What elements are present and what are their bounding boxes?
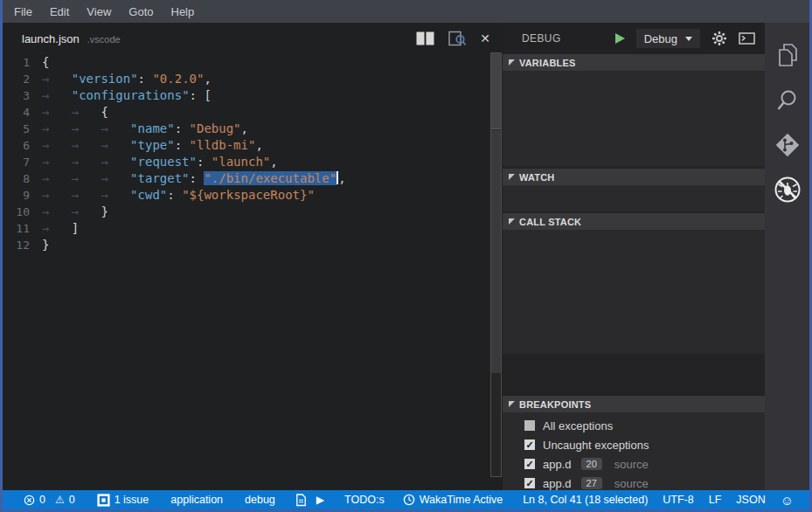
menu-help[interactable]: Help: [169, 5, 205, 18]
tab-whitespace-icon: →: [42, 137, 72, 154]
collapse-triangle-icon: [509, 174, 515, 180]
tab-filename: launch.json: [22, 32, 80, 45]
code-token: ,: [204, 72, 211, 86]
language-mode[interactable]: JSON: [736, 494, 765, 506]
scrollbar-thumb[interactable]: [491, 53, 501, 129]
code-line[interactable]: 1{: [3, 54, 485, 71]
section-watch[interactable]: WATCH: [503, 169, 765, 185]
code-token: "${workspaceRoot}": [182, 188, 315, 202]
code-token: {: [42, 55, 49, 69]
line-number: 11: [3, 220, 42, 237]
menu-file[interactable]: File: [11, 5, 42, 18]
warning-icon: ⚠: [55, 495, 65, 505]
code-token: "Debug": [190, 121, 241, 135]
error-count[interactable]: 0: [24, 494, 45, 506]
code-token: ]: [72, 221, 79, 235]
issues-status[interactable]: 1 issue: [97, 494, 149, 507]
tab-whitespace-icon: →: [42, 121, 72, 137]
section-call-stack[interactable]: CALL STACK: [503, 213, 765, 230]
split-editor-icon[interactable]: [416, 31, 434, 45]
application-target[interactable]: application: [170, 494, 223, 506]
open-preview-icon[interactable]: [448, 31, 467, 47]
tab-folder: .vscode: [87, 34, 121, 45]
tab-whitespace-icon: →: [72, 204, 101, 220]
tab-actions: ✕: [416, 31, 490, 47]
code-token: :: [175, 138, 190, 152]
chevron-down-icon: [685, 37, 692, 41]
todos-status[interactable]: TODO:s: [344, 494, 385, 506]
run-button[interactable]: ▶: [316, 495, 324, 505]
code-line[interactable]: 2→"version": "0.2.0",: [3, 71, 485, 87]
code-token: }: [101, 204, 108, 218]
breakpoint-label: All exceptions: [543, 419, 613, 432]
breakpoint-detail: source: [614, 458, 649, 471]
tab-whitespace-icon: →: [101, 137, 130, 154]
tab-whitespace-icon: →: [72, 170, 101, 187]
tab-whitespace-icon: →: [101, 170, 130, 187]
debug-console-icon[interactable]: [739, 31, 756, 45]
checkbox-checked[interactable]: [524, 439, 535, 450]
code-line[interactable]: 7→→→"request": "launch",: [3, 154, 485, 170]
tab-whitespace-icon: →: [42, 87, 72, 104]
code-line[interactable]: 11→]: [3, 220, 485, 237]
checkbox-checked[interactable]: [524, 459, 535, 469]
debug-disabled-icon[interactable]: [765, 167, 809, 211]
breakpoint-item[interactable]: app.d27source: [503, 474, 765, 490]
breakpoint-item[interactable]: Uncaught exceptions: [503, 435, 765, 454]
file-status-button[interactable]: [295, 494, 307, 507]
debug-config-dropdown[interactable]: Debug: [636, 29, 700, 48]
tab-whitespace-icon: →: [42, 220, 72, 237]
menu-view[interactable]: View: [84, 5, 121, 18]
breakpoint-item[interactable]: All exceptions: [503, 416, 765, 435]
file-icon: [295, 494, 307, 507]
code-token: :: [138, 72, 153, 86]
search-icon[interactable]: [765, 78, 809, 122]
code-editor[interactable]: 1{2→"version": "0.2.0",3→"configurations…: [3, 54, 485, 490]
breakpoint-label: app.d: [543, 458, 572, 471]
selected-text: "./bin/executable": [204, 171, 337, 185]
eol-indicator[interactable]: LF: [709, 494, 722, 506]
menu-edit[interactable]: Edit: [47, 5, 79, 18]
code-token: "configurations": [72, 88, 190, 102]
activity-bar: [765, 23, 809, 490]
tab-launch-json[interactable]: launch.json .vscode: [22, 32, 121, 45]
code-line[interactable]: 8→→→"target": "./bin/executable",: [3, 170, 485, 187]
clock-icon: [403, 494, 415, 506]
code-token: ,: [241, 121, 248, 135]
menu-goto[interactable]: Goto: [126, 5, 163, 18]
panel-empty-space: [503, 354, 765, 396]
line-number-badge: 27: [581, 477, 602, 489]
feedback-smiley-icon[interactable]: ☺: [781, 494, 794, 507]
gear-icon[interactable]: [711, 31, 727, 46]
scrollbar-track-shade: [491, 130, 501, 373]
checkbox-checked[interactable]: [524, 478, 535, 488]
tab-whitespace-icon: →: [72, 137, 101, 154]
wakatime-status[interactable]: WakaTime Active: [403, 494, 503, 506]
close-icon[interactable]: ✕: [480, 32, 490, 45]
files-icon[interactable]: [765, 33, 809, 78]
status-right: Ln 8, Col 41 (18 selected) UTF-8 LF JSON…: [523, 494, 794, 507]
line-number-badge: 20: [581, 458, 602, 470]
code-line[interactable]: 10→→}: [3, 204, 485, 220]
warning-count[interactable]: ⚠ 0: [55, 494, 75, 506]
encoding-indicator[interactable]: UTF-8: [663, 494, 693, 506]
code-line[interactable]: 4→→{: [3, 104, 485, 121]
breakpoint-item[interactable]: app.d20source: [503, 454, 765, 474]
line-number: 7: [3, 154, 42, 170]
start-debug-icon[interactable]: [615, 33, 625, 44]
code-line[interactable]: 12}: [3, 237, 485, 253]
section-variables[interactable]: VARIABLES: [503, 54, 765, 71]
code-line[interactable]: 3→"configurations": [: [3, 87, 485, 104]
checkbox-unchecked[interactable]: [524, 420, 535, 431]
editor-scrollbar[interactable]: [490, 52, 502, 477]
code-line[interactable]: 5→→→"name": "Debug",: [3, 121, 485, 137]
source-control-icon[interactable]: [765, 122, 809, 167]
tab-whitespace-icon: →: [72, 121, 101, 137]
code-line[interactable]: 9→→→"cwd": "${workspaceRoot}": [3, 187, 485, 204]
section-breakpoints[interactable]: BREAKPOINTS: [503, 396, 765, 412]
cursor-position[interactable]: Ln 8, Col 41 (18 selected): [523, 494, 648, 506]
code-token: "cwd": [130, 188, 167, 202]
code-token: "0.2.0": [152, 72, 204, 86]
build-mode[interactable]: debug: [245, 494, 275, 506]
code-line[interactable]: 6→→→"type": "lldb-mi",: [3, 137, 485, 154]
